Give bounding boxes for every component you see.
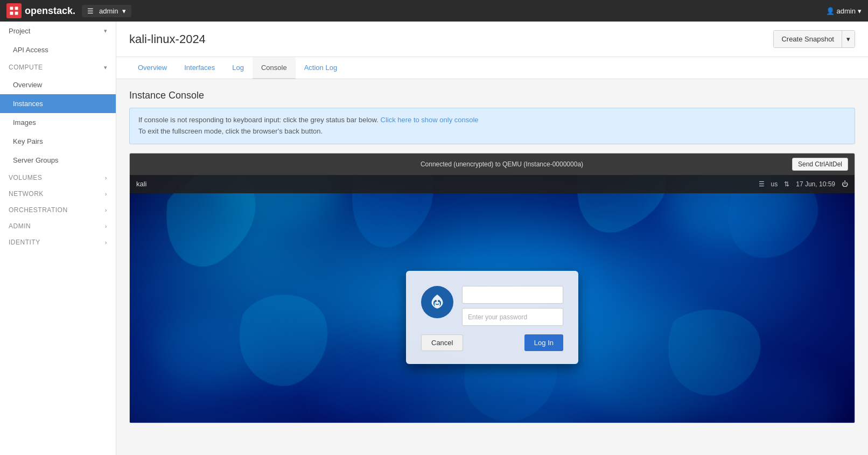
console-section: Instance Console If console is not respo… bbox=[116, 79, 868, 434]
sidebar: Project ▾ API Access Compute ▾ Overview … bbox=[0, 22, 116, 455]
page-header: kali-linux-2024 Create Snapshot ▾ bbox=[116, 22, 868, 57]
navbar-user-label: admin bbox=[837, 7, 856, 15]
kali-password-input[interactable] bbox=[462, 308, 563, 326]
kali-dialog-row bbox=[421, 286, 563, 326]
kali-topbar-left: kali bbox=[136, 180, 147, 188]
svg-rect-3 bbox=[15, 12, 18, 15]
kali-topbar-menu-icon: ☰ bbox=[759, 180, 765, 188]
sidebar-admin-chevron: › bbox=[105, 223, 107, 229]
svg-rect-1 bbox=[15, 7, 18, 10]
navbar-project-name: admin bbox=[99, 7, 118, 15]
kali-topbar-power-icon: ⏻ bbox=[842, 180, 848, 188]
kali-input-fields bbox=[462, 286, 563, 326]
kali-topbar-lang: us bbox=[771, 180, 778, 188]
kali-dragon-icon bbox=[425, 290, 449, 314]
navbar-user-chevron: ▾ bbox=[858, 7, 862, 15]
svg-point-14 bbox=[438, 300, 440, 302]
console-frame: Connected (unencrypted) to QEMU (Instanc… bbox=[129, 153, 855, 423]
sidebar-item-key-pairs[interactable]: Key Pairs bbox=[0, 132, 116, 151]
console-status: Connected (unencrypted) to QEMU (Instanc… bbox=[212, 160, 792, 168]
tab-console[interactable]: Console bbox=[253, 57, 296, 79]
tab-overview[interactable]: Overview bbox=[129, 57, 176, 79]
vnc-display[interactable]: Kali Linux Rolling kali ☰ us ⇅ 17 Jun, 1… bbox=[130, 175, 855, 423]
openstack-logo: openstack. bbox=[6, 3, 75, 18]
sidebar-project-label: Project bbox=[9, 27, 30, 35]
sidebar-item-overview[interactable]: Overview bbox=[0, 75, 116, 94]
create-snapshot-button[interactable]: Create Snapshot ▾ bbox=[773, 30, 855, 48]
kali-cancel-button[interactable]: Cancel bbox=[421, 334, 463, 351]
svg-point-13 bbox=[435, 300, 437, 302]
main-layout: Project ▾ API Access Compute ▾ Overview … bbox=[0, 22, 868, 455]
openstack-logo-icon bbox=[6, 3, 22, 18]
console-section-title: Instance Console bbox=[129, 90, 855, 101]
create-snapshot-label[interactable]: Create Snapshot bbox=[774, 31, 842, 47]
create-snapshot-dropdown-arrow[interactable]: ▾ bbox=[842, 31, 855, 47]
console-toolbar: Connected (unencrypted) to QEMU (Instanc… bbox=[130, 153, 855, 175]
sidebar-item-instances[interactable]: Instances bbox=[0, 94, 116, 113]
kali-login-dialog: Cancel Log In bbox=[406, 271, 578, 364]
svg-rect-2 bbox=[10, 12, 13, 15]
kali-topbar: kali ☰ us ⇅ 17 Jun, 10:59 ⏻ bbox=[130, 175, 855, 193]
kali-topbar-network-icon: ⇅ bbox=[784, 180, 789, 188]
kali-logo-circle bbox=[421, 286, 453, 318]
console-info-bar: If console is not responding to keyboard… bbox=[129, 108, 855, 144]
instance-tabs: Overview Interfaces Log Console Action L… bbox=[116, 57, 868, 79]
logo-text: openstack. bbox=[25, 5, 75, 17]
page-title: kali-linux-2024 bbox=[129, 32, 206, 46]
kali-topbar-right: ☰ us ⇅ 17 Jun, 10:59 ⏻ bbox=[759, 180, 848, 188]
sidebar-project-header[interactable]: Project ▾ bbox=[0, 22, 116, 40]
show-only-console-link[interactable]: Click here to show only console bbox=[381, 116, 479, 124]
svg-rect-0 bbox=[10, 7, 13, 10]
sidebar-project-chevron: ▾ bbox=[104, 27, 107, 34]
sidebar-orchestration-chevron: › bbox=[105, 207, 107, 213]
navbar: openstack. ☰ admin ▾ 👤 admin ▾ bbox=[0, 0, 868, 22]
navbar-user-menu[interactable]: 👤 admin ▾ bbox=[826, 7, 862, 15]
sidebar-identity-header[interactable]: Identity › bbox=[0, 234, 116, 250]
sidebar-item-server-groups[interactable]: Server Groups bbox=[0, 151, 116, 170]
sidebar-network-chevron: › bbox=[105, 191, 107, 197]
navbar-project-dropdown[interactable]: ☰ admin ▾ bbox=[82, 5, 131, 17]
kali-topbar-date: 17 Jun, 10:59 bbox=[796, 180, 835, 188]
sidebar-item-api-access[interactable]: API Access bbox=[0, 40, 116, 59]
info-line1: If console is not responding to keyboard… bbox=[138, 115, 846, 126]
tab-action-log[interactable]: Action Log bbox=[296, 57, 346, 79]
sidebar-volumes-header[interactable]: Volumes › bbox=[0, 170, 116, 186]
sidebar-item-images[interactable]: Images bbox=[0, 113, 116, 132]
info-line2: To exit the fullscreen mode, click the b… bbox=[138, 126, 846, 137]
tab-interfaces[interactable]: Interfaces bbox=[176, 57, 223, 79]
kali-login-button[interactable]: Log In bbox=[524, 334, 563, 351]
sidebar-orchestration-header[interactable]: Orchestration › bbox=[0, 202, 116, 218]
send-ctrl-alt-del-button[interactable]: Send CtrlAltDel bbox=[792, 158, 848, 171]
kali-dialog-buttons: Cancel Log In bbox=[421, 334, 563, 351]
sidebar-volumes-chevron: › bbox=[105, 174, 107, 181]
sidebar-network-header[interactable]: Network › bbox=[0, 186, 116, 202]
kali-username-input[interactable] bbox=[462, 286, 563, 304]
navbar-project-chevron: ▾ bbox=[122, 7, 126, 15]
tab-log[interactable]: Log bbox=[223, 57, 253, 79]
sidebar-admin-header[interactable]: Admin › bbox=[0, 218, 116, 234]
navbar-project-label: ☰ bbox=[87, 7, 94, 15]
sidebar-compute-header[interactable]: Compute ▾ bbox=[0, 59, 116, 75]
navbar-left: openstack. ☰ admin ▾ bbox=[6, 3, 131, 18]
user-icon: 👤 bbox=[826, 7, 835, 15]
sidebar-compute-chevron: ▾ bbox=[104, 64, 108, 71]
main-content: kali-linux-2024 Create Snapshot ▾ Overvi… bbox=[116, 22, 868, 455]
sidebar-identity-chevron: › bbox=[105, 239, 107, 246]
